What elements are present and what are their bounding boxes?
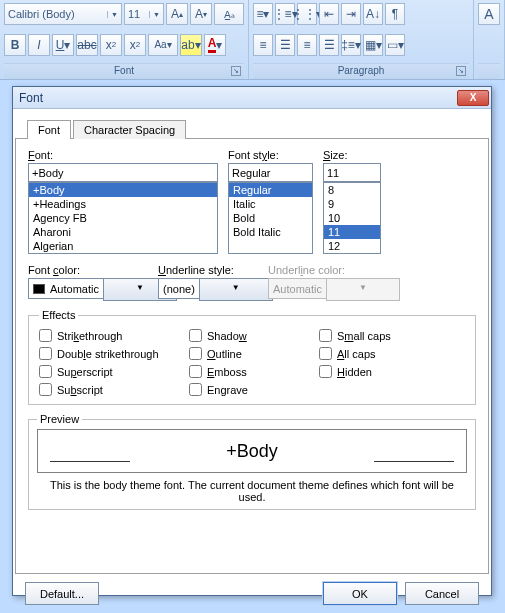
effects-group: Effects Strikethrough Shadow Small caps … bbox=[28, 309, 476, 405]
list-item[interactable]: 10 bbox=[324, 211, 380, 225]
cancel-button[interactable]: Cancel bbox=[405, 582, 479, 605]
double-strikethrough-checkbox[interactable]: Double strikethrough bbox=[39, 347, 189, 360]
list-item[interactable]: +Headings bbox=[29, 197, 217, 211]
font-style-input[interactable] bbox=[228, 163, 313, 182]
align-right-button[interactable]: ≡ bbox=[297, 34, 317, 56]
effects-legend: Effects bbox=[39, 309, 78, 321]
list-item[interactable]: Agency FB bbox=[29, 211, 217, 225]
font-dialog-launcher-icon[interactable]: ↘ bbox=[231, 66, 241, 76]
font-color-button[interactable]: A▾ bbox=[204, 34, 226, 56]
list-item[interactable]: 12 bbox=[324, 239, 380, 253]
list-item[interactable]: +Body bbox=[29, 183, 217, 197]
change-case-button[interactable]: Aa▾ bbox=[148, 34, 178, 56]
justify-button[interactable]: ☰ bbox=[319, 34, 339, 56]
multilevel-list-button[interactable]: ⋮⋮▾ bbox=[297, 3, 317, 25]
preview-group: Preview +Body This is the body theme fon… bbox=[28, 413, 476, 510]
font-name-combo[interactable]: Calibri (Body)▼ bbox=[4, 3, 122, 25]
tab-character-spacing[interactable]: Character Spacing bbox=[73, 120, 186, 139]
preview-description: This is the body theme font. The current… bbox=[37, 479, 467, 503]
font-label: Font: bbox=[28, 149, 218, 161]
list-item[interactable]: 8 bbox=[324, 183, 380, 197]
font-color-label: Font color: bbox=[28, 264, 148, 276]
size-listbox[interactable]: 8 9 10 11 12 bbox=[323, 182, 381, 254]
tab-pane: Font: +Body +Headings Agency FB Aharoni … bbox=[15, 138, 489, 574]
superscript-button[interactable]: x2 bbox=[124, 34, 146, 56]
font-group-label: Font↘ bbox=[4, 63, 244, 79]
small-caps-checkbox[interactable]: Small caps bbox=[319, 329, 429, 342]
font-group: Calibri (Body)▼ 11▼ A▴ A▾ A̲ₐ B I U▾ abc… bbox=[0, 0, 249, 79]
align-center-button[interactable]: ☰ bbox=[275, 34, 295, 56]
font-dialog: Font X Font Character Spacing Font: +Bod… bbox=[12, 86, 492, 596]
tabs: Font Character Spacing bbox=[27, 119, 491, 138]
highlight-button[interactable]: ab▾ bbox=[180, 34, 202, 56]
align-left-button[interactable]: ≡ bbox=[253, 34, 273, 56]
dialog-title: Font bbox=[19, 91, 457, 105]
decrease-indent-button[interactable]: ⇤ bbox=[319, 3, 339, 25]
paragraph-group: ≡▾ ⋮≡▾ ⋮⋮▾ ⇤ ⇥ A↓ ¶ ≡ ☰ ≡ ☰ ‡≡▾ ▦▾ ▭▾ Pa… bbox=[249, 0, 474, 79]
dropdown-arrow-icon: ▼ bbox=[326, 278, 400, 301]
italic-button[interactable]: I bbox=[28, 34, 50, 56]
bold-button[interactable]: B bbox=[4, 34, 26, 56]
bullets-button[interactable]: ≡▾ bbox=[253, 3, 273, 25]
preview-box: +Body bbox=[37, 429, 467, 473]
preview-legend: Preview bbox=[37, 413, 82, 425]
all-caps-checkbox[interactable]: All caps bbox=[319, 347, 429, 360]
underline-style-label: Underline style: bbox=[158, 264, 258, 276]
engrave-checkbox[interactable]: Engrave bbox=[189, 383, 319, 396]
font-style-listbox[interactable]: Regular Italic Bold Bold Italic bbox=[228, 182, 313, 254]
font-color-dropdown[interactable]: Automatic ▼ bbox=[28, 278, 148, 299]
list-item[interactable]: 11 bbox=[324, 225, 380, 239]
subscript-checkbox[interactable]: Subscript bbox=[39, 383, 189, 396]
size-input[interactable] bbox=[323, 163, 381, 182]
list-item[interactable]: Bold Italic bbox=[229, 225, 312, 239]
size-label: Size: bbox=[323, 149, 381, 161]
list-item[interactable]: Aharoni bbox=[29, 225, 217, 239]
increase-indent-button[interactable]: ⇥ bbox=[341, 3, 361, 25]
styles-group-edge: A bbox=[474, 0, 505, 79]
shadow-checkbox[interactable]: Shadow bbox=[189, 329, 319, 342]
list-item[interactable]: Italic bbox=[229, 197, 312, 211]
show-marks-button[interactable]: ¶ bbox=[385, 3, 405, 25]
strikethrough-button[interactable]: abc bbox=[76, 34, 98, 56]
ribbon: Calibri (Body)▼ 11▼ A▴ A▾ A̲ₐ B I U▾ abc… bbox=[0, 0, 505, 80]
default-button[interactable]: Default... bbox=[25, 582, 99, 605]
list-item[interactable]: Algerian bbox=[29, 239, 217, 253]
subscript-button[interactable]: x2 bbox=[100, 34, 122, 56]
font-input[interactable] bbox=[28, 163, 218, 182]
close-button[interactable]: X bbox=[457, 90, 489, 106]
paragraph-group-label: Paragraph↘ bbox=[253, 63, 469, 79]
superscript-checkbox[interactable]: Superscript bbox=[39, 365, 189, 378]
grow-font-button[interactable]: A▴ bbox=[166, 3, 188, 25]
titlebar[interactable]: Font X bbox=[13, 87, 491, 109]
style-preview-icon[interactable]: A bbox=[478, 3, 500, 25]
ok-button[interactable]: OK bbox=[323, 582, 397, 605]
shrink-font-button[interactable]: A▾ bbox=[190, 3, 212, 25]
preview-sample: +Body bbox=[226, 441, 278, 462]
list-item[interactable]: 9 bbox=[324, 197, 380, 211]
sort-button[interactable]: A↓ bbox=[363, 3, 383, 25]
font-listbox[interactable]: +Body +Headings Agency FB Aharoni Algeri… bbox=[28, 182, 218, 254]
borders-button[interactable]: ▭▾ bbox=[385, 34, 405, 56]
underline-button[interactable]: U▾ bbox=[52, 34, 74, 56]
hidden-checkbox[interactable]: Hidden bbox=[319, 365, 429, 378]
clear-formatting-button[interactable]: A̲ₐ bbox=[214, 3, 244, 25]
paragraph-dialog-launcher-icon[interactable]: ↘ bbox=[456, 66, 466, 76]
outline-checkbox[interactable]: Outline bbox=[189, 347, 319, 360]
underline-color-dropdown: Automatic ▼ bbox=[268, 278, 388, 299]
underline-style-dropdown[interactable]: (none) ▼ bbox=[158, 278, 258, 299]
dropdown-arrow-icon[interactable]: ▼ bbox=[199, 278, 273, 301]
emboss-checkbox[interactable]: Emboss bbox=[189, 365, 319, 378]
underline-color-label: Underline color: bbox=[268, 264, 388, 276]
tab-font[interactable]: Font bbox=[27, 120, 71, 139]
dialog-footer: Default... OK Cancel bbox=[13, 574, 491, 605]
line-spacing-button[interactable]: ‡≡▾ bbox=[341, 34, 361, 56]
list-item[interactable]: Regular bbox=[229, 183, 312, 197]
list-item[interactable]: Bold bbox=[229, 211, 312, 225]
font-size-combo[interactable]: 11▼ bbox=[124, 3, 164, 25]
font-style-label: Font style: bbox=[228, 149, 313, 161]
strikethrough-checkbox[interactable]: Strikethrough bbox=[39, 329, 189, 342]
shading-button[interactable]: ▦▾ bbox=[363, 34, 383, 56]
